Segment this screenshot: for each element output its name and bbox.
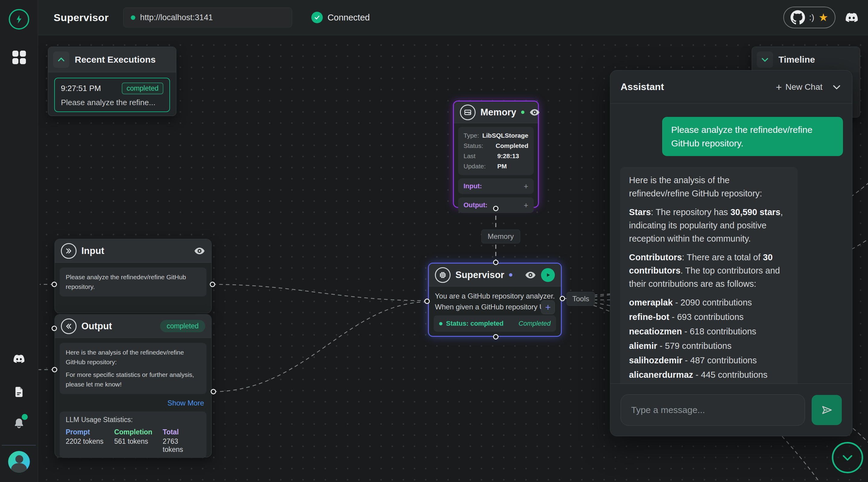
assistant-title: Assistant bbox=[621, 81, 664, 93]
connection-status: Connected bbox=[311, 12, 370, 23]
chevron-up-icon bbox=[57, 55, 66, 64]
supervisor-status-bar: Status: completed Completed bbox=[434, 315, 556, 332]
show-more-link[interactable]: Show More bbox=[167, 399, 204, 407]
server-url: http://localhost:3141 bbox=[140, 13, 213, 22]
server-status-dot bbox=[131, 15, 135, 20]
notifications-button[interactable] bbox=[0, 416, 38, 430]
chevron-down-icon bbox=[761, 55, 770, 64]
timeline-header: Timeline bbox=[752, 47, 860, 72]
chat-input-bar bbox=[610, 384, 852, 436]
assistant-chat-panel: Assistant + New Chat Please analyze the … bbox=[610, 70, 852, 436]
memory-output-section[interactable]: Output: + bbox=[458, 197, 534, 213]
memory-field-row: Status:Completed bbox=[464, 141, 528, 151]
execution-preview: Please analyze the refine... bbox=[61, 98, 163, 107]
plus-icon: + bbox=[776, 82, 782, 92]
chevrons-left-icon bbox=[61, 318, 76, 334]
execution-status-badge: completed bbox=[122, 83, 163, 94]
memory-details-card: Type:LibSQLStorageStatus:CompletedLast U… bbox=[458, 127, 534, 175]
assistant-reply-bubble: Here is the analysis of the refinedev/re… bbox=[620, 167, 798, 384]
app-window: Recent Executions 9:27:51 PM completed P… bbox=[0, 0, 868, 482]
input-node[interactable]: Input Please analyze the refinedev/refin… bbox=[55, 239, 212, 313]
llm-usage-card: LLM Usage Statistics: Prompt2202 tokensC… bbox=[60, 412, 207, 458]
memory-edge-label: Memory bbox=[481, 230, 520, 244]
output-node[interactable]: Output completed Here is the analysis of… bbox=[55, 314, 212, 457]
expand-instructions-button[interactable]: + bbox=[541, 300, 555, 314]
memory-input-section[interactable]: Input: + bbox=[458, 178, 534, 194]
supervisor-node[interactable]: Supervisor You are a GitHub repository a… bbox=[428, 263, 562, 337]
apps-grid-icon[interactable] bbox=[12, 51, 26, 64]
message-list[interactable]: Please analyze the refinedev/refine GitH… bbox=[610, 104, 852, 384]
llm-usage-columns: Prompt2202 tokensCompletion561 tokensTot… bbox=[66, 428, 200, 454]
panel-title: Recent Executions bbox=[75, 55, 156, 65]
collapse-panel-button[interactable] bbox=[53, 52, 69, 68]
cpu-chip-icon bbox=[435, 267, 451, 283]
run-agent-button[interactable] bbox=[541, 268, 555, 282]
timeline-title: Timeline bbox=[778, 55, 815, 65]
status-value: Completed bbox=[519, 320, 551, 327]
llm-stat: Prompt2202 tokens bbox=[66, 428, 114, 454]
topbar: Supervisor http://localhost:3141 Connect… bbox=[38, 0, 868, 35]
app-logo[interactable] bbox=[9, 9, 29, 30]
execution-item[interactable]: 9:27:51 PM completed Please analyze the … bbox=[54, 78, 170, 112]
github-star-link[interactable]: :) ★ bbox=[783, 7, 835, 28]
discord-icon bbox=[844, 11, 860, 24]
llm-stat: Total2763 tokens bbox=[163, 428, 200, 454]
status-dot-icon bbox=[439, 322, 442, 325]
memory-node[interactable]: Memory Type:LibSQLStorageStatus:Complete… bbox=[453, 101, 539, 208]
scroll-to-bottom-button[interactable] bbox=[832, 442, 863, 473]
output-node-title: Output bbox=[82, 321, 112, 332]
expand-timeline-button[interactable] bbox=[757, 52, 773, 68]
play-icon bbox=[545, 272, 551, 278]
star-icon: ★ bbox=[818, 12, 828, 23]
smiley-text: :) bbox=[809, 13, 814, 22]
send-message-button[interactable] bbox=[812, 395, 842, 425]
output-node-header: Output completed bbox=[55, 315, 211, 338]
collapse-chat-button[interactable] bbox=[832, 82, 842, 92]
chevrons-right-icon bbox=[61, 243, 76, 259]
memory-node-title: Memory bbox=[480, 107, 516, 118]
memory-field-row: Last Update:9:28:13 PM bbox=[464, 151, 528, 171]
send-icon bbox=[821, 404, 833, 416]
lightning-icon bbox=[14, 14, 24, 24]
eye-icon[interactable] bbox=[194, 245, 205, 257]
user-message-bubble: Please analyze the refinedev/refine GitH… bbox=[662, 117, 843, 156]
discord-icon bbox=[12, 353, 26, 364]
expand-icon[interactable]: + bbox=[524, 182, 528, 191]
docs-link[interactable] bbox=[0, 385, 38, 399]
assistant-header: Assistant + New Chat bbox=[610, 70, 852, 104]
recent-executions-header: Recent Executions bbox=[48, 47, 176, 72]
memory-active-dot bbox=[521, 110, 524, 114]
memory-field-row: Type:LibSQLStorage bbox=[464, 130, 528, 141]
app-title: Supervisor bbox=[54, 12, 109, 24]
new-chat-button[interactable]: + New Chat bbox=[776, 82, 823, 92]
chevron-down-icon bbox=[832, 82, 842, 92]
document-icon bbox=[13, 385, 25, 399]
discord-link-top[interactable] bbox=[844, 11, 860, 24]
output-content: Here is the analysis of the refinedev/re… bbox=[60, 343, 207, 394]
llm-stat: Completion561 tokens bbox=[114, 428, 163, 454]
discord-link[interactable] bbox=[0, 353, 38, 364]
status-text: Status: completed bbox=[446, 320, 504, 327]
notification-badge bbox=[22, 414, 28, 420]
supervisor-node-header: Supervisor bbox=[429, 264, 561, 287]
eye-icon[interactable] bbox=[525, 269, 536, 281]
supervisor-node-title: Supervisor bbox=[456, 269, 504, 281]
database-icon bbox=[460, 104, 475, 120]
output-status-badge: completed bbox=[160, 320, 205, 332]
chat-message-input[interactable] bbox=[621, 394, 805, 426]
input-node-header: Input bbox=[55, 239, 211, 263]
eye-icon[interactable] bbox=[529, 107, 540, 118]
chevron-down-icon bbox=[841, 451, 855, 464]
memory-node-header: Memory bbox=[454, 101, 538, 123]
llm-usage-title: LLM Usage Statistics: bbox=[66, 416, 200, 424]
expand-icon[interactable]: + bbox=[524, 201, 528, 210]
sidebar bbox=[0, 0, 38, 482]
input-content: Please analyze the refinedev/refine GitH… bbox=[60, 267, 207, 296]
recent-executions-panel: Recent Executions 9:27:51 PM completed P… bbox=[48, 47, 176, 116]
server-url-field[interactable]: http://localhost:3141 bbox=[123, 7, 292, 27]
user-avatar[interactable] bbox=[8, 451, 30, 473]
execution-time: 9:27:51 PM bbox=[61, 84, 101, 93]
sidebar-divider bbox=[2, 445, 36, 446]
tools-edge-label: Tools bbox=[567, 292, 595, 306]
check-icon bbox=[311, 12, 323, 23]
